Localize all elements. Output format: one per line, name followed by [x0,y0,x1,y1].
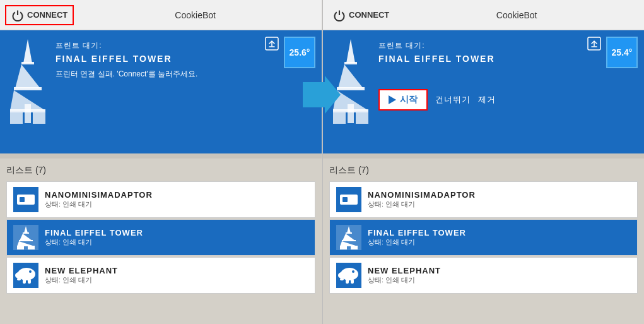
right-main-area: 프린트 대기: FINAL EIFFEL TOWER 시작 건너뛰기 제거 [323,30,644,153]
eiffel-list-icon [16,225,35,249]
right-connect-button[interactable]: CONNECT [328,6,394,24]
svg-rect-15 [19,240,33,241]
right-model-name: FINAL EIFFEL TOWER [378,54,635,64]
right-item-icon-elephant [336,263,361,288]
right-panel: CONNECT CookieBot 프린트 대기: FINAL EIFFEL T… [322,0,644,324]
left-separator [0,153,322,159]
elephant-icon-left [14,265,38,285]
left-list-item-elephant[interactable]: NEW ELEPHANT 상태: 인쇄 대기 [6,257,315,294]
right-list-header: 리스트 (7) [329,165,638,176]
left-connect-button[interactable]: CONNECT [5,5,74,25]
svg-rect-40 [346,232,352,234]
right-temp-badge: 25.4° [606,37,638,68]
left-connect-label: CONNECT [27,10,67,20]
right-item-status-eiffel: 상태: 인쇄 대기 [368,237,466,247]
svg-point-51 [352,270,354,273]
remove-label: 제거 [478,95,496,104]
svg-marker-27 [346,39,355,63]
right-item-info-eiffel: FINAL EIFFEL TOWER 상태: 인쇄 대기 [368,228,466,247]
left-header: CONNECT CookieBot [0,0,322,30]
svg-rect-23 [28,279,31,284]
left-item-info-elephant: NEW ELEPHANT 상태: 인쇄 대기 [45,266,118,285]
start-button[interactable]: 시작 [378,89,428,111]
svg-marker-29 [338,64,363,88]
right-upload-icon [587,37,601,53]
svg-rect-45 [351,246,358,249]
left-item-icon-elephant [13,263,38,288]
right-item-name-elephant: NEW ELEPHANT [368,266,441,275]
left-upload-icon [265,37,279,53]
svg-marker-26 [303,76,341,114]
skip-button[interactable]: 건너뛰기 [435,94,471,105]
remove-button[interactable]: 제거 [478,94,496,105]
left-main-area: 프린트 대기: FINAL EIFFEL TOWER 프린터 연결 실패. 'C… [0,30,322,153]
nano-icon [16,191,36,208]
svg-rect-13 [23,232,29,234]
svg-marker-12 [24,226,28,233]
play-icon [389,95,396,104]
power-icon-left [11,9,24,21]
right-connect-label: CONNECT [349,10,389,20]
left-list-header: 리스트 (7) [6,165,315,176]
big-arrow [303,76,341,116]
svg-rect-34 [356,112,368,124]
left-item-status-eiffel: 상태: 인쇄 대기 [45,237,143,247]
right-item-info-elephant: NEW ELEPHANT 상태: 인쇄 대기 [368,266,441,285]
svg-point-20 [15,272,23,279]
left-item-status-nano: 상태: 인쇄 대기 [45,200,153,209]
left-item-name-eiffel: FINAL EIFFEL TOWER [45,228,143,237]
svg-rect-50 [351,279,354,284]
svg-rect-1 [21,62,34,64]
left-item-name-elephant: NEW ELEPHANT [45,266,118,275]
svg-marker-39 [347,226,351,233]
left-list-item-nano[interactable]: NANOMINISIMADAPTOR 상태: 인쇄 대기 [6,181,315,218]
left-temperature: 25.6° [290,47,310,57]
svg-rect-30 [337,87,365,90]
left-temp-badge: 25.6° [284,37,315,68]
svg-marker-14 [20,234,32,241]
left-item-name-nano: NANOMINISIMADAPTOR [45,190,153,200]
power-icon-right [333,9,346,21]
right-list-item-elephant[interactable]: NEW ELEPHANT 상태: 인쇄 대기 [329,257,638,294]
right-temperature: 25.4° [612,47,633,57]
skip-label: 건너뛰기 [435,95,471,104]
right-item-info-nano: NANOMINISIMADAPTOR 상태: 인쇄 대기 [368,190,476,209]
upload-svg [265,37,279,51]
left-list-item-eiffel[interactable]: FINAL EIFFEL TOWER 상태: 인쇄 대기 [6,219,315,256]
left-model-name: FINAL EIFFEL TOWER [56,54,313,64]
right-item-name-nano: NANOMINISIMADAPTOR [368,190,476,200]
right-item-icon-eiffel [336,225,361,250]
right-eiffel-list-icon [339,225,358,249]
svg-rect-35 [348,104,354,123]
svg-rect-18 [28,246,35,249]
right-header: CONNECT CookieBot [323,0,644,30]
svg-rect-8 [25,104,31,123]
right-list-item-eiffel[interactable]: FINAL EIFFEL TOWER 상태: 인쇄 대기 [329,219,638,256]
svg-rect-3 [14,87,42,90]
svg-point-25 [24,269,29,272]
left-item-status-elephant: 상태: 인쇄 대기 [45,275,118,285]
left-list-section: 리스트 (7) NANOMINISIMADAPTOR 상태: 인쇄 대기 [0,159,322,324]
svg-rect-38 [342,197,348,202]
right-item-status-elephant: 상태: 인쇄 대기 [368,275,441,285]
left-list-items: NANOMINISIMADAPTOR 상태: 인쇄 대기 [6,181,315,294]
svg-marker-41 [342,234,355,241]
svg-rect-11 [20,197,25,202]
right-separator [323,153,644,159]
svg-rect-17 [17,246,24,249]
right-item-name-eiffel: FINAL EIFFEL TOWER [368,228,466,237]
svg-rect-42 [342,240,356,241]
right-upload-svg [587,37,601,51]
right-nano-icon [339,191,359,208]
svg-marker-0 [23,39,32,63]
right-list-item-nano[interactable]: NANOMINISIMADAPTOR 상태: 인쇄 대기 [329,181,638,218]
svg-point-47 [338,272,346,279]
svg-rect-49 [346,279,349,284]
right-list-items: NANOMINISIMADAPTOR 상태: 인쇄 대기 [329,181,638,294]
svg-point-21 [17,278,21,280]
svg-rect-44 [340,246,347,249]
arrow-svg [303,76,341,114]
svg-marker-2 [15,64,40,88]
right-item-icon-nano [336,187,361,212]
left-error-message: 프린터 연결 실패. 'Connect'를 눌러주세요. [56,69,313,80]
